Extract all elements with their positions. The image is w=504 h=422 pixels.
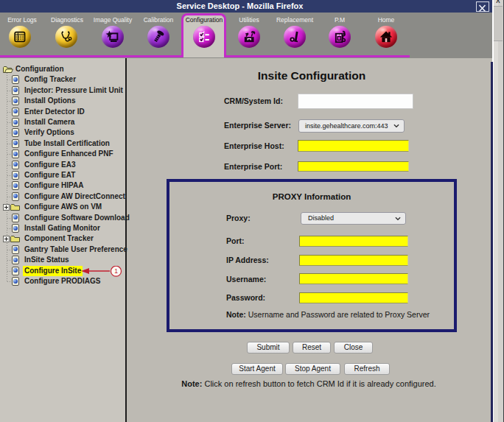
svg-text:1: 1 xyxy=(114,267,118,275)
